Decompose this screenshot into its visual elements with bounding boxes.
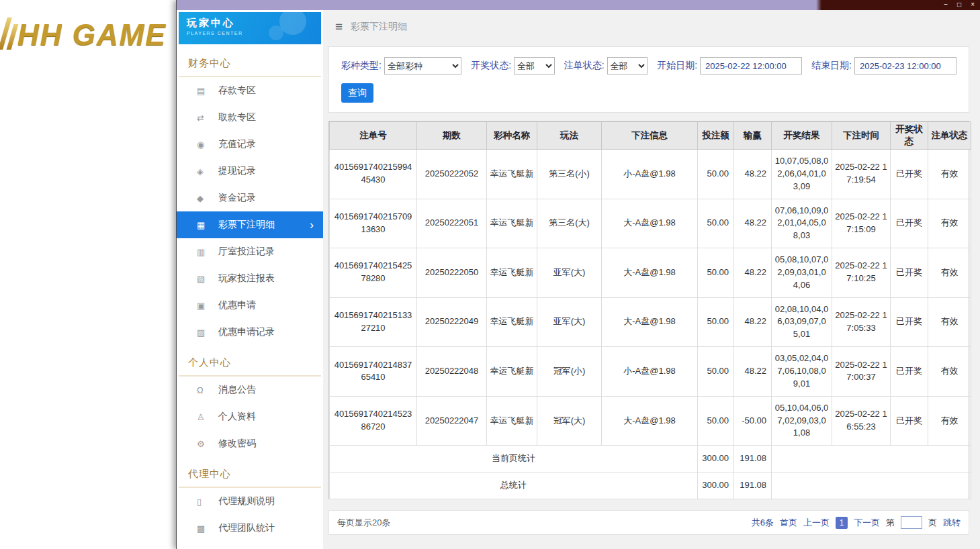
sidebar: 玩家中心 PLAYERS CENTER 财务中心▤存款专区⇄取款专区◉充值记录◈… [177, 10, 323, 549]
window-maximize-button[interactable]: □ [957, 0, 961, 10]
column-header: 注单状态 [928, 122, 971, 150]
table-cell: 2025-02-22 17:10:25 [832, 248, 891, 298]
hhgame-logo: HH GAME [3, 17, 167, 50]
deposit-icon: ▤ [197, 86, 218, 96]
sidebar-item-label: 优惠申请记录 [218, 326, 275, 338]
column-header: 玩法 [537, 122, 602, 150]
grand-summary-bet-total: 300.00 [698, 472, 734, 499]
sidebar-item[interactable]: ▦彩票下注明细› [177, 211, 323, 238]
funds-record-icon: ◆ [197, 193, 218, 203]
table-cell: 有效 [928, 199, 971, 248]
table-cell: 50.00 [698, 199, 734, 248]
draw-status-label: 开奖状态: [471, 60, 511, 72]
table-cell: 20250222051 [417, 199, 487, 248]
sidebar-item-label: 存款专区 [218, 85, 256, 97]
recharge-record-icon: ◉ [197, 140, 218, 150]
first-page-link[interactable]: 首页 [780, 517, 797, 529]
table-cell: 2025-02-22 17:05:33 [832, 297, 891, 347]
end-date-label: 结束日期: [811, 60, 852, 72]
table-cell: 50.00 [698, 150, 734, 199]
lottery-type-select[interactable]: 全部彩种 [384, 57, 461, 74]
sidebar-item[interactable]: ▯代理规则说明 [177, 488, 323, 515]
page-title: 彩票下注明细 [351, 21, 407, 33]
table-cell: 50.00 [698, 248, 734, 298]
current-page-badge[interactable]: 1 [836, 517, 848, 529]
column-header: 注单号 [330, 122, 417, 150]
sidebar-item-label: 消息公告 [218, 384, 256, 396]
table-cell: 有效 [928, 347, 971, 397]
lottery-bet-detail-icon: ▦ [197, 220, 218, 230]
cashout-record-icon: ◈ [197, 166, 218, 177]
sidebar-item[interactable]: ▩代理团队统计 [177, 515, 323, 542]
app-window: − □ × 玩家中心 PLAYERS CENTER 财务中心▤存款专区⇄取款专区… [176, 0, 980, 549]
sidebar-item-label: 修改密码 [218, 438, 256, 450]
sidebar-item-label: 代理规则说明 [218, 495, 275, 507]
sidebar-item[interactable]: ⚙修改密码 [177, 430, 323, 457]
start-date-input[interactable] [700, 57, 802, 74]
hall-bet-record-icon: ▥ [197, 247, 218, 257]
sidebar-item[interactable]: ◉充值记录 [177, 131, 323, 158]
window-close-button[interactable]: × [971, 0, 975, 10]
table-cell: 05,10,04,06,07,02,09,03,01,08 [772, 396, 832, 446]
grand-summary-label: 总统计 [330, 472, 698, 499]
filter-panel: 彩种类型: 全部彩种 开奖状态: 全部 注单状态: 全部 开始日期: 结束日期: [328, 46, 969, 113]
table-row: 40156917402148376541020250222048幸运飞艇新冠军(… [330, 347, 971, 397]
topbar: ≡ 彩票下注明细 [323, 10, 980, 44]
sidebar-item[interactable]: ▨优惠申请记录 [177, 319, 323, 346]
sidebar-item[interactable]: ▣优惠申请 [177, 292, 323, 319]
prev-page-link[interactable]: 上一页 [803, 517, 830, 529]
table-cell: 2025-02-22 17:00:37 [832, 347, 891, 397]
profile-icon: ♙ [197, 412, 218, 422]
sidebar-item[interactable]: Ω消息公告 [177, 377, 323, 403]
table-cell: 已开奖 [891, 347, 928, 397]
column-header: 期数 [417, 122, 487, 150]
table-body: 40156917402159944543020250222052幸运飞艇新第三名… [330, 150, 971, 446]
table-cell: 冠军(大) [537, 396, 602, 446]
table-cell: 401569174021483765410 [330, 347, 417, 397]
jump-page-input[interactable] [901, 516, 922, 529]
order-status-label: 注单状态: [564, 60, 605, 72]
sidebar-item[interactable]: ◈提现记录 [177, 158, 323, 185]
end-date-input[interactable] [854, 57, 956, 74]
menu-toggle-icon[interactable]: ≡ [335, 19, 343, 34]
sidebar-item[interactable]: ⇄取款专区 [177, 104, 323, 131]
bet-detail-table: 注单号期数彩种名称玩法下注信息投注额输赢开奖结果下注时间开奖状态注单状态 401… [328, 121, 969, 499]
sidebar-item[interactable]: ♙个人资料 [177, 403, 323, 430]
draw-status-select[interactable]: 全部 [514, 57, 555, 74]
column-header: 下注时间 [832, 122, 891, 150]
jump-prefix-label: 第 [886, 517, 895, 529]
table-cell: 第三名(小) [537, 150, 602, 199]
table-cell: 401569174021570913630 [330, 199, 417, 248]
table-cell: -50.00 [734, 396, 772, 446]
column-header: 开奖结果 [772, 122, 832, 150]
sidebar-item[interactable]: ◆资金记录 [177, 185, 323, 211]
table-cell: 48.22 [734, 248, 772, 298]
table-cell: 第三名(大) [537, 199, 602, 248]
table-cell: 幸运飞艇新 [487, 248, 537, 298]
column-header: 输赢 [734, 122, 772, 150]
sidebar-item[interactable]: ▤存款专区 [177, 77, 323, 104]
search-button[interactable]: 查询 [341, 83, 373, 103]
table-cell: 20250222049 [417, 297, 487, 347]
table-cell: 02,08,10,04,06,03,09,07,05,01 [772, 297, 832, 347]
table-cell: 20250222052 [417, 150, 487, 199]
logo-text: HH GAME [17, 20, 167, 50]
section-title: 个人中心 [179, 346, 321, 377]
table-cell: 2025-02-22 16:55:23 [832, 396, 891, 446]
table-cell: 50.00 [698, 396, 734, 446]
table-row: 40156917402154257828020250222050幸运飞艇新亚军(… [330, 248, 971, 298]
column-header: 彩种名称 [487, 122, 537, 150]
order-status-select[interactable]: 全部 [607, 57, 648, 74]
sidebar-item[interactable]: ▧玩家投注报表 [177, 265, 323, 292]
jump-action-link[interactable]: 跳转 [943, 517, 961, 529]
page-size-text: 每页显示20条 [337, 517, 390, 529]
table-cell: 20250222050 [417, 248, 487, 298]
page-summary-winloss-total: 191.08 [734, 446, 772, 472]
table-cell: 幸运飞艇新 [487, 347, 537, 397]
window-minimize-button[interactable]: − [944, 0, 948, 10]
next-page-link[interactable]: 下一页 [854, 517, 880, 529]
sidebar-item[interactable]: ▥厅室投注记录 [177, 238, 323, 265]
table-cell: 冠军(小) [537, 347, 602, 397]
table-header-row: 注单号期数彩种名称玩法下注信息投注额输赢开奖结果下注时间开奖状态注单状态 [330, 122, 971, 150]
sidebar-item-label: 彩票下注明细 [218, 219, 275, 231]
